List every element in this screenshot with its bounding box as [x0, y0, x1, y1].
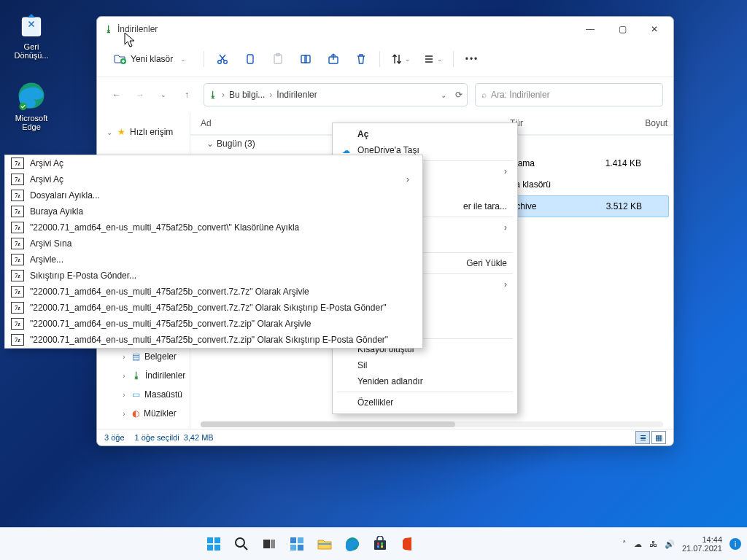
new-folder-icon	[113, 52, 126, 67]
breadcrumb-leaf[interactable]: İndirilenler	[276, 90, 317, 100]
7z-icon: 7z	[11, 334, 24, 346]
more-button[interactable]: •••	[458, 46, 486, 72]
ctx-delete[interactable]: Sil	[333, 357, 517, 373]
minimize-button[interactable]: —	[574, 19, 606, 39]
svg-rect-19	[290, 537, 296, 543]
svg-rect-29	[381, 545, 383, 548]
quick-access[interactable]: ⌄ ★ Hızlı erişim	[97, 122, 190, 141]
7z-test[interactable]: 7zArşivi Sına	[5, 236, 422, 252]
view-button[interactable]: ⌄	[417, 46, 449, 72]
svg-rect-13	[214, 537, 220, 543]
download-icon: ⭳	[104, 24, 113, 34]
svg-point-5	[224, 61, 228, 64]
taskview-button[interactable]	[257, 532, 282, 556]
address-bar[interactable]: ⭳ › Bu bilgi... › İndirilenler ⌄ ⟳	[204, 83, 468, 106]
svg-rect-26	[377, 542, 379, 545]
tray-chevron-icon[interactable]: ˄	[622, 540, 627, 549]
svg-rect-18	[271, 540, 275, 548]
explorer-button[interactable]	[312, 532, 337, 556]
nav-forward-button[interactable]: →	[131, 85, 150, 104]
nav-downloads[interactable]: › ⭳ İndirilenler	[97, 366, 190, 385]
7z-open-archive-sub[interactable]: 7zArşivi Aç	[5, 171, 422, 187]
notification-icon[interactable]: i	[729, 538, 741, 550]
refresh-button[interactable]: ⟳	[455, 90, 462, 100]
edge-shortcut[interactable]: Microsoft Edge	[6, 79, 57, 131]
delete-button[interactable]	[347, 46, 375, 72]
7z-as7z-mail[interactable]: 7z"22000.71_amd64_en-us_multi_475af25b_c…	[5, 300, 422, 316]
svg-rect-22	[298, 545, 303, 551]
desktop-icon: ▭	[132, 389, 140, 400]
system-tray[interactable]: ˄ ☁ 🖧 🔊 14:44 21.07.2021 i	[622, 535, 741, 553]
7z-extract-to[interactable]: 7z"22000.71_amd64_en-us_multi_475af25b_c…	[5, 219, 422, 236]
rename-button[interactable]	[292, 46, 320, 72]
paste-button[interactable]	[264, 46, 292, 72]
7z-aszip[interactable]: 7z"22000.71_amd64_en-us_multi_475af25b_c…	[5, 316, 422, 332]
edge-icon	[15, 79, 48, 112]
share-button[interactable]	[320, 46, 347, 72]
7z-icon: 7z	[11, 286, 24, 298]
sort-button[interactable]: ⌄	[384, 46, 417, 72]
horizontal-scrollbar[interactable]	[190, 420, 673, 429]
office-button[interactable]	[395, 532, 420, 556]
col-name[interactable]: Ad	[195, 118, 316, 128]
search-placeholder: Ara: İndirilenler	[491, 90, 550, 100]
svg-point-4	[218, 61, 222, 64]
file-row[interactable]: Dosya klasörü	[492, 174, 669, 195]
search-button[interactable]	[229, 532, 254, 556]
7z-extract-files[interactable]: 7zDosyaları Ayıkla...	[5, 187, 422, 203]
7z-icon: 7z	[11, 254, 24, 265]
7z-icon: 7z	[11, 302, 24, 314]
search-box[interactable]: ⌕ Ara: İndirilenler	[475, 83, 663, 106]
7z-extract-here[interactable]: 7zBuraya Ayıkla	[5, 203, 422, 219]
window-title: İndirilenler	[117, 24, 158, 34]
recycle-bin[interactable]: Geri Dönüşü...	[6, 7, 57, 60]
view-details-button[interactable]: ≣	[635, 431, 650, 444]
svg-rect-14	[207, 545, 213, 551]
close-button[interactable]: ✕	[638, 19, 670, 39]
7z-as7z[interactable]: 7z"22000.71_amd64_en-us_multi_475af25b_c…	[5, 284, 422, 300]
7z-open-archive[interactable]: 7zArşivi Aç	[5, 155, 422, 171]
ctx-rename[interactable]: Yeniden adlandır	[333, 373, 517, 389]
nav-up-button[interactable]: ↑	[177, 85, 196, 104]
nav-recent-button[interactable]: ⌄	[154, 85, 173, 104]
col-size[interactable]: Boyut	[603, 118, 673, 128]
view-large-button[interactable]: ▦	[651, 431, 666, 444]
svg-rect-20	[298, 537, 303, 543]
onedrive-icon: ☁	[340, 146, 352, 155]
7z-archive[interactable]: 7zArşivle...	[5, 252, 422, 268]
star-icon: ★	[117, 127, 125, 137]
breadcrumb-root[interactable]: Bu bilgi...	[229, 90, 265, 100]
widgets-button[interactable]	[285, 532, 309, 556]
download-icon: ⭳	[132, 370, 141, 381]
edge-label: Microsoft Edge	[6, 114, 57, 131]
desktop: Geri Dönüşü... Microsoft Edge ⭳ İndirile…	[0, 0, 747, 560]
edge-button[interactable]	[340, 532, 365, 556]
7z-icon: 7z	[11, 270, 24, 281]
ctx-properties[interactable]: Özellikler	[333, 394, 517, 411]
7z-compress-mail[interactable]: 7zSıkıştırıp E-Posta Gönder...	[5, 268, 422, 284]
recycle-bin-icon	[15, 7, 48, 41]
7z-aszip-mail[interactable]: 7z"22000.71_amd64_en-us_multi_475af25b_c…	[5, 332, 422, 348]
start-button[interactable]	[201, 532, 226, 556]
nav-desktop[interactable]: › ▭ Masaüstü	[97, 385, 190, 404]
network-icon[interactable]: 🖧	[649, 540, 657, 548]
col-type[interactable]: Tür	[504, 118, 603, 128]
volume-icon[interactable]: 🔊	[665, 540, 675, 549]
download-icon: ⭳	[209, 90, 217, 100]
nav-back-button[interactable]: ←	[107, 85, 126, 104]
maximize-button[interactable]: ▢	[606, 19, 638, 39]
ctx-open[interactable]: Aç	[333, 126, 517, 142]
copy-button[interactable]	[236, 46, 264, 72]
cut-button[interactable]	[209, 46, 236, 72]
file-row-selected[interactable]: 7z Archive 3.512 KB	[492, 195, 669, 217]
nav-music[interactable]: › ◐ Müzikler	[97, 404, 190, 423]
status-count: 3 öğe	[104, 433, 125, 442]
chevron-down-icon[interactable]: ⌄	[441, 91, 446, 99]
store-button[interactable]	[368, 532, 392, 556]
file-row[interactable]: Uygulama 1.414 KB	[492, 153, 669, 174]
taskbar-clock[interactable]: 14:44 21.07.2021	[682, 535, 722, 553]
onedrive-tray-icon[interactable]: ☁	[634, 540, 642, 549]
new-folder-button[interactable]: Yeni klasör ⌄	[107, 46, 199, 72]
nav-documents[interactable]: › ▤ Belgeler	[97, 347, 190, 366]
title-bar[interactable]: ⭳ İndirilenler — ▢ ✕	[97, 17, 673, 42]
